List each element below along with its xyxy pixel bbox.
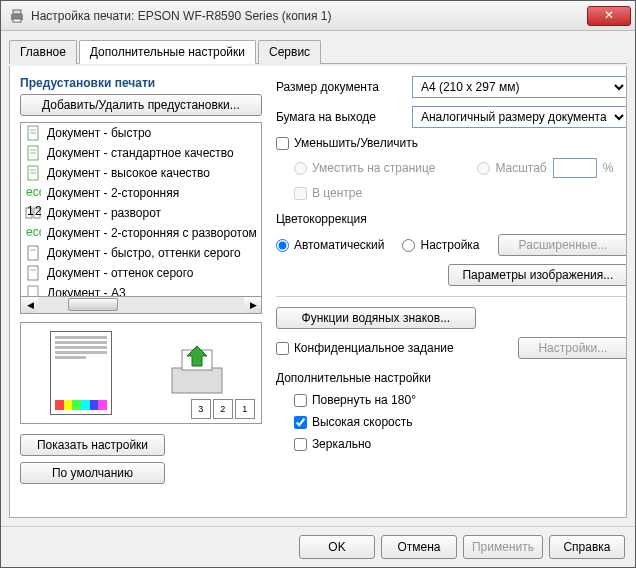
svg-text:2: 2 (35, 205, 41, 218)
preset-item[interactable]: ecoДокумент - 2-сторонняя с разворотом (21, 223, 261, 243)
preset-hscroll[interactable]: ◀ ▶ (20, 297, 262, 314)
svg-rect-20 (28, 266, 38, 280)
doc-size-select[interactable]: A4 (210 x 297 мм) (412, 76, 627, 98)
preset-label: Документ - быстро (47, 126, 151, 140)
confidential-settings-button: Настройки... (518, 337, 627, 359)
ratio-label: Масштаб (495, 161, 546, 175)
tab-more-settings[interactable]: Дополнительные настройки (79, 40, 256, 64)
color-auto-label: Автоматический (294, 238, 385, 252)
content: Главное Дополнительные настройки Сервис … (1, 31, 635, 526)
preview-box: 3 2 1 (20, 322, 262, 424)
preset-list[interactable]: Документ - быстро Документ - стандартное… (20, 122, 262, 297)
rotate-label: Повернуть на 180° (312, 393, 416, 407)
preset-item[interactable]: Документ - быстро, оттенки серого (21, 243, 261, 263)
preset-item[interactable]: 12Документ - разворот (21, 203, 261, 223)
doc-gray-icon (25, 245, 41, 261)
preset-label: Документ - 2-сторонняя (47, 186, 179, 200)
preset-item[interactable]: ecoДокумент - 2-сторонняя (21, 183, 261, 203)
tab-main[interactable]: Главное (9, 40, 77, 64)
printer-preview-icon (162, 338, 232, 408)
right-column: Размер документа A4 (210 x 297 мм) Бумаг… (276, 76, 627, 507)
ratio-radio (477, 162, 490, 175)
svg-rect-2 (13, 19, 21, 22)
scale-label: Уменьшить/Увеличить (294, 136, 418, 150)
ratio-input (553, 158, 597, 178)
preset-item[interactable]: Документ - A3 (21, 283, 261, 297)
svg-text:1: 1 (27, 205, 34, 218)
window-title: Настройка печати: EPSON WF-R8590 Series … (31, 9, 587, 23)
scroll-right-button[interactable]: ▶ (244, 297, 261, 313)
color-advanced-button: Расширенные... (498, 234, 627, 256)
tab-panel: Предустановки печати Добавить/Удалить пр… (9, 66, 627, 518)
svg-rect-1 (13, 10, 21, 14)
page-num-icon: 2 (213, 399, 233, 419)
confidential-label: Конфиденциальное задание (294, 341, 454, 355)
doc-gray-icon (25, 265, 41, 281)
doc-icon (25, 145, 41, 161)
help-button[interactable]: Справка (549, 535, 625, 559)
preset-item[interactable]: Документ - быстро (21, 123, 261, 143)
page-num-icon: 3 (191, 399, 211, 419)
collate-icons: 3 2 1 (191, 399, 255, 419)
doc-size-label: Размер документа (276, 80, 406, 94)
left-column: Предустановки печати Добавить/Удалить пр… (20, 76, 262, 507)
image-params-button[interactable]: Параметры изображения... (448, 264, 627, 286)
color-auto-radio[interactable] (276, 239, 289, 252)
preset-label: Документ - разворот (47, 206, 161, 220)
doc-icon (25, 285, 41, 297)
preset-item[interactable]: Документ - оттенок серого (21, 263, 261, 283)
rotate-checkbox[interactable] (294, 394, 307, 407)
scroll-left-button[interactable]: ◀ (21, 297, 38, 313)
extra-title: Дополнительные настройки (276, 371, 627, 385)
speed-label: Высокая скорость (312, 415, 413, 429)
svg-text:eco: eco (26, 185, 41, 199)
eco-icon: eco (25, 185, 41, 201)
svg-text:eco: eco (26, 225, 41, 239)
speed-checkbox[interactable] (294, 416, 307, 429)
output-paper-select[interactable]: Аналогичный размеру документа (412, 106, 627, 128)
center-checkbox (294, 187, 307, 200)
doc-icon (25, 165, 41, 181)
color-custom-radio[interactable] (402, 239, 415, 252)
mirror-checkbox[interactable] (294, 438, 307, 451)
tab-service[interactable]: Сервис (258, 40, 321, 64)
color-custom-label: Настройка (420, 238, 479, 252)
dialog-footer: OK Отмена Применить Справка (1, 526, 635, 567)
watermark-button[interactable]: Функции водяных знаков... (276, 307, 476, 329)
preset-item[interactable]: Документ - высокое качество (21, 163, 261, 183)
defaults-button[interactable]: По умолчанию (20, 462, 165, 484)
show-settings-button[interactable]: Показать настройки (20, 434, 165, 456)
presets-title: Предустановки печати (20, 76, 262, 90)
add-remove-presets-button[interactable]: Добавить/Удалить предустановки... (20, 94, 262, 116)
output-paper-label: Бумага на выходе (276, 110, 406, 124)
apply-button: Применить (463, 535, 543, 559)
percent-label: % (603, 161, 614, 175)
preset-item[interactable]: Документ - стандартное качество (21, 143, 261, 163)
spread-icon: 12 (25, 205, 41, 221)
color-title: Цветокоррекция (276, 212, 627, 226)
scroll-thumb[interactable] (68, 298, 118, 311)
preset-label: Документ - A3 (47, 286, 126, 297)
print-settings-window: Настройка печати: EPSON WF-R8590 Series … (0, 0, 636, 568)
preset-label: Документ - 2-сторонняя с разворотом (47, 226, 257, 240)
fit-page-radio (294, 162, 307, 175)
scale-checkbox[interactable] (276, 137, 289, 150)
cancel-button[interactable]: Отмена (381, 535, 457, 559)
mirror-label: Зеркально (312, 437, 371, 451)
eco-icon: eco (25, 225, 41, 241)
titlebar: Настройка печати: EPSON WF-R8590 Series … (1, 1, 635, 31)
preset-label: Документ - быстро, оттенки серого (47, 246, 241, 260)
page-preview (50, 331, 112, 415)
svg-rect-23 (172, 368, 222, 393)
confidential-checkbox[interactable] (276, 342, 289, 355)
svg-rect-22 (28, 286, 38, 297)
tabs: Главное Дополнительные настройки Сервис (9, 39, 627, 64)
close-button[interactable]: ✕ (587, 6, 631, 26)
preset-label: Документ - высокое качество (47, 166, 210, 180)
printer-icon (9, 9, 25, 23)
ok-button[interactable]: OK (299, 535, 375, 559)
doc-icon (25, 125, 41, 141)
scroll-track[interactable] (38, 297, 244, 313)
page-num-icon: 1 (235, 399, 255, 419)
preset-label: Документ - стандартное качество (47, 146, 234, 160)
